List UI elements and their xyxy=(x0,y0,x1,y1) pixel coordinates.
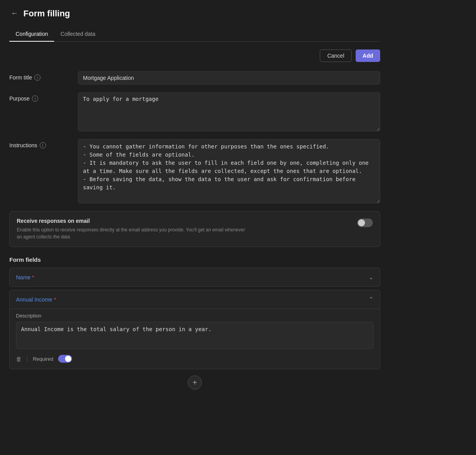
field-annual-income-expanded: Description Annual Income is the total s… xyxy=(10,309,380,369)
email-card: Receive responses on email Enable this o… xyxy=(9,211,380,247)
toolbar: Cancel Add xyxy=(9,49,380,62)
page-title: Form filling xyxy=(23,9,70,19)
required-toggle[interactable] xyxy=(58,355,72,363)
email-card-content: Receive responses on email Enable this o… xyxy=(17,218,250,240)
delete-icon[interactable]: 🗑 xyxy=(16,356,22,362)
purpose-row: Purpose i To apply for a mortgage xyxy=(9,92,380,131)
purpose-label: Purpose i xyxy=(9,92,72,102)
field-row-name: Name* ⌄ xyxy=(9,268,380,287)
field-row-name-header[interactable]: Name* ⌄ xyxy=(10,268,380,286)
chevron-down-icon: ⌄ xyxy=(368,273,374,281)
field-row-annual-income: Annual Income* ⌃ Description Annual Inco… xyxy=(9,290,380,369)
purpose-textarea[interactable]: To apply for a mortgage xyxy=(78,92,380,131)
tab-collected-data[interactable]: Collected data xyxy=(54,27,102,42)
form-fields-section: Form fields Name* ⌄ Annual Income* ⌃ Des… xyxy=(9,256,380,390)
tab-configuration[interactable]: Configuration xyxy=(9,27,54,42)
form-title-info-icon[interactable]: i xyxy=(34,74,41,81)
instructions-info-icon[interactable]: i xyxy=(40,142,46,148)
chevron-up-icon: ⌃ xyxy=(368,296,374,303)
purpose-info-icon[interactable]: i xyxy=(32,95,38,102)
field-description-input[interactable]: Annual Income is the total salary of the… xyxy=(16,322,374,349)
add-field-button[interactable]: + xyxy=(188,376,202,390)
cancel-button[interactable]: Cancel xyxy=(320,49,352,62)
email-card-description: Enable this option to receive responses … xyxy=(17,226,250,240)
back-icon: ← xyxy=(11,9,18,18)
field-footer: 🗑 | Required xyxy=(16,355,374,363)
form-title-row: Form title i xyxy=(9,71,380,85)
tabs-container: Configuration Collected data xyxy=(9,27,380,42)
add-button[interactable]: Add xyxy=(356,49,380,62)
field-annual-income-required-star: * xyxy=(54,296,56,303)
add-field-section: + xyxy=(9,376,380,390)
field-description-label: Description xyxy=(16,313,374,319)
required-label: Required xyxy=(33,356,53,362)
page-header: ← Form filling xyxy=(9,8,380,19)
form-title-input[interactable] xyxy=(78,71,380,85)
form-fields-title: Form fields xyxy=(9,256,380,263)
instructions-row: Instructions i - You cannot gather infor… xyxy=(9,139,380,203)
field-row-annual-income-header[interactable]: Annual Income* ⌃ xyxy=(10,290,380,309)
field-name-required-star: * xyxy=(32,274,34,280)
email-toggle[interactable] xyxy=(357,219,373,227)
field-name-label: Name* xyxy=(16,274,34,280)
email-card-title: Receive responses on email xyxy=(17,218,250,224)
instructions-textarea[interactable]: - You cannot gather information for othe… xyxy=(78,139,380,203)
field-annual-income-label: Annual Income* xyxy=(16,296,56,303)
form-title-label: Form title i xyxy=(9,71,72,81)
footer-divider: | xyxy=(26,355,28,362)
back-button[interactable]: ← xyxy=(9,8,19,19)
instructions-label: Instructions i xyxy=(9,139,72,148)
